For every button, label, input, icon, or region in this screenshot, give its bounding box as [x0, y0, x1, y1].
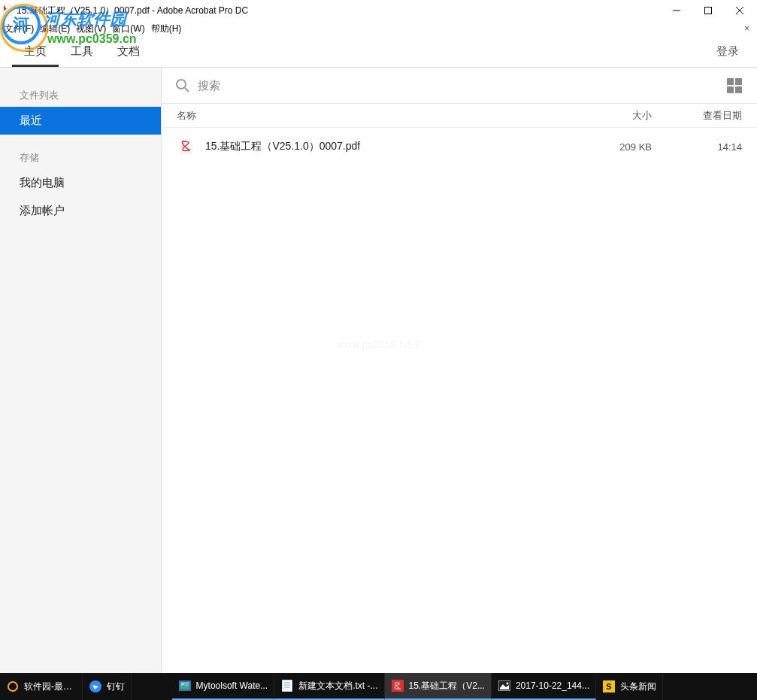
- tab-tools[interactable]: 工具: [59, 37, 105, 67]
- search-input[interactable]: [198, 79, 725, 92]
- file-date: 14:14: [652, 141, 742, 153]
- menu-window[interactable]: 窗口(W): [112, 23, 144, 35]
- list-header: 名称 大小 查看日期: [162, 104, 757, 128]
- sidebar-item-add-account[interactable]: 添加帐户: [0, 197, 161, 225]
- grid-icon: [727, 78, 742, 93]
- photo-icon: [498, 679, 511, 692]
- taskbar-item-1[interactable]: 钉钉: [83, 673, 132, 700]
- pdf-file-icon: [177, 137, 196, 156]
- image-icon: [178, 679, 192, 692]
- body: 文件列表 最近 存储 我的电脑 添加帐户 名称 大小 查看日期: [0, 68, 757, 673]
- svg-rect-11: [282, 680, 292, 692]
- search-icon: [175, 78, 190, 93]
- tab-document[interactable]: 文档: [105, 37, 152, 67]
- sidebar-storage-header: 存储: [0, 147, 161, 169]
- window-title: 15.基础工程（V25.1.0）0007.pdf - Adobe Acrobat…: [17, 5, 661, 17]
- search-row: [162, 68, 757, 104]
- taskbar-item-4[interactable]: 15.基础工程（V2...: [385, 673, 492, 700]
- menubar: 文件(F) 编辑(E) 视图(V) 窗口(W) 帮助(H) ×: [0, 21, 757, 36]
- menu-help[interactable]: 帮助(H): [151, 23, 182, 35]
- minimize-button[interactable]: [661, 0, 692, 21]
- file-name: 15.基础工程（V25.1.0）0007.pdf: [205, 140, 562, 153]
- svg-point-6: [8, 682, 17, 691]
- svg-rect-1: [705, 8, 712, 14]
- taskbar-item-0[interactable]: 软件园-最安...: [0, 673, 83, 700]
- svg-point-4: [177, 80, 186, 89]
- close-button[interactable]: [724, 0, 755, 21]
- svg-line-5: [185, 88, 189, 92]
- column-size[interactable]: 大小: [562, 109, 652, 123]
- svg-rect-15: [392, 680, 404, 692]
- taskbar-item-3[interactable]: 新建文本文档.txt -...: [274, 673, 384, 700]
- column-date[interactable]: 查看日期: [652, 109, 742, 123]
- menu-view[interactable]: 视图(V): [76, 23, 106, 35]
- pdf-icon: [2, 5, 14, 17]
- file-size: 209 KB: [562, 141, 652, 153]
- taskbar-item-6[interactable]: S 头条新闻: [596, 673, 663, 700]
- menubar-close-icon[interactable]: ×: [741, 23, 752, 34]
- top-tabs: 主页 工具 文档 登录: [0, 36, 757, 68]
- window-controls: [661, 0, 755, 21]
- svg-text:S: S: [606, 682, 611, 691]
- tab-home[interactable]: 主页: [12, 37, 59, 67]
- titlebar: 15.基础工程（V25.1.0）0007.pdf - Adobe Acrobat…: [0, 0, 757, 21]
- svg-point-17: [506, 683, 508, 685]
- sidebar: 文件列表 最近 存储 我的电脑 添加帐户: [0, 68, 162, 673]
- maximize-button[interactable]: [692, 0, 724, 21]
- content-area: 名称 大小 查看日期 15.基础工程（V25.1.0）0007.pdf 209 …: [162, 68, 757, 673]
- sidebar-item-recent[interactable]: 最近: [0, 107, 161, 135]
- menu-file[interactable]: 文件(F): [5, 23, 34, 35]
- column-name[interactable]: 名称: [177, 109, 562, 123]
- taskbar-item-5[interactable]: 2017-10-22_144...: [492, 673, 596, 700]
- sidebar-file-list-header: 文件列表: [0, 84, 161, 107]
- menu-edit[interactable]: 编辑(E): [40, 23, 70, 35]
- grid-view-toggle[interactable]: [725, 77, 743, 95]
- acrobat-icon: [391, 679, 404, 692]
- browser-icon: [6, 680, 20, 693]
- login-link[interactable]: 登录: [716, 44, 745, 59]
- notepad-icon: [280, 679, 294, 692]
- news-icon: S: [602, 680, 616, 693]
- file-row[interactable]: 15.基础工程（V25.1.0）0007.pdf 209 KB 14:14: [162, 128, 757, 165]
- taskbar: 软件园-最安... 钉钉 Mytoolsoft Wate... 新建文本文档.t…: [0, 673, 757, 700]
- taskbar-item-2[interactable]: Mytoolsoft Wate...: [172, 673, 275, 700]
- dingtalk-icon: [89, 680, 102, 693]
- sidebar-item-my-computer[interactable]: 我的电脑: [0, 169, 161, 197]
